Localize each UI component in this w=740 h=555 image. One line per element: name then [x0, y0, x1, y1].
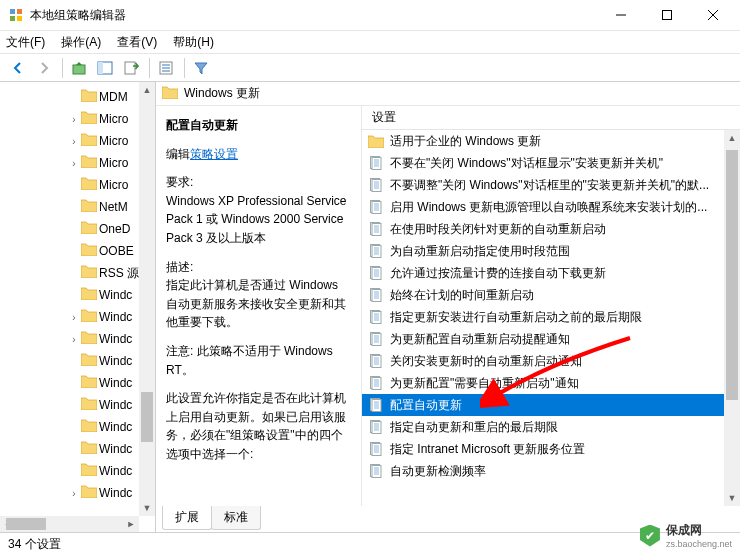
tree-item-label: Micro [97, 134, 128, 148]
tree-item[interactable]: ›Micro [67, 130, 139, 152]
scroll-thumb[interactable] [726, 150, 738, 400]
tree-caret-icon[interactable]: › [67, 334, 81, 345]
policy-icon [368, 420, 384, 434]
tree-item[interactable]: ›Windc [67, 482, 139, 504]
tree-item[interactable]: OOBE [67, 240, 139, 262]
tree-item[interactable]: ›Micro [67, 108, 139, 130]
svg-rect-1 [17, 9, 22, 14]
tree-item[interactable]: MDM [67, 86, 139, 108]
toolbar-separator [184, 58, 185, 78]
tree-caret-icon[interactable]: › [67, 114, 81, 125]
tree-item[interactable]: Windc [67, 284, 139, 306]
tree-item[interactable]: Windc [67, 416, 139, 438]
minimize-button[interactable] [598, 0, 644, 30]
list-item[interactable]: 不要调整"关闭 Windows"对话框里的"安装更新并关机"的默... [362, 174, 724, 196]
list-item[interactable]: 在使用时段关闭针对更新的自动重新启动 [362, 218, 724, 240]
menu-action[interactable]: 操作(A) [61, 34, 101, 51]
forward-button[interactable] [32, 56, 56, 80]
tab-standard[interactable]: 标准 [211, 506, 261, 530]
menu-help[interactable]: 帮助(H) [173, 34, 214, 51]
list-item-label: 指定自动更新和重启的最后期限 [390, 419, 558, 436]
tree-item[interactable]: OneD [67, 218, 139, 240]
policy-title: 配置自动更新 [166, 116, 353, 135]
list-item[interactable]: 为更新配置"需要自动重新启动"通知 [362, 372, 724, 394]
tree-item[interactable]: Windc [67, 372, 139, 394]
detail-pane: Windows 更新 配置自动更新 编辑策略设置 要求: Windows XP … [156, 82, 740, 532]
list-vscrollbar[interactable]: ▲ ▼ [724, 130, 740, 506]
tree-item[interactable]: ›Windc [67, 306, 139, 328]
tree-caret-icon[interactable]: › [67, 312, 81, 323]
list-item[interactable]: 配置自动更新 [362, 394, 724, 416]
statusbar: 34 个设置 [0, 533, 740, 555]
policy-icon [368, 464, 384, 478]
show-hide-tree-button[interactable] [93, 56, 117, 80]
tree-hscrollbar[interactable]: ◄ ► [0, 516, 139, 532]
export-button[interactable] [119, 56, 143, 80]
maximize-button[interactable] [644, 0, 690, 30]
folder-icon [81, 177, 97, 193]
list-item[interactable]: 指定 Intranet Microsoft 更新服务位置 [362, 438, 724, 460]
up-button[interactable] [67, 56, 91, 80]
tree-item-label: NetM [97, 200, 128, 214]
list-item-label: 不要在"关闭 Windows"对话框显示"安装更新并关机" [390, 155, 663, 172]
policy-icon [368, 178, 384, 192]
tab-extended[interactable]: 扩展 [162, 506, 212, 530]
titlebar: 本地组策略编辑器 [0, 0, 740, 30]
edit-policy-link[interactable]: 策略设置 [190, 147, 238, 161]
tree-item[interactable]: Windc [67, 394, 139, 416]
list-item-label: 不要调整"关闭 Windows"对话框里的"安装更新并关机"的默... [390, 177, 709, 194]
scroll-right-arrow[interactable]: ► [123, 516, 139, 532]
policy-icon [368, 442, 384, 456]
folder-icon [81, 309, 97, 325]
scroll-thumb[interactable] [141, 392, 153, 442]
note-block: 注意: 此策略不适用于 Windows RT。 [166, 342, 353, 379]
list-item[interactable]: 关闭安装更新时的自动重新启动通知 [362, 350, 724, 372]
tree-item[interactable]: NetM [67, 196, 139, 218]
tree-vscrollbar[interactable]: ▲ ▼ [139, 82, 155, 516]
tree-item[interactable]: Windc [67, 438, 139, 460]
toolbar-separator [149, 58, 150, 78]
list-item[interactable]: 指定自动更新和重启的最后期限 [362, 416, 724, 438]
tree-item[interactable]: ›Micro [67, 152, 139, 174]
menu-view[interactable]: 查看(V) [117, 34, 157, 51]
tree-caret-icon[interactable]: › [67, 488, 81, 499]
tree-item-label: OOBE [97, 244, 134, 258]
toolbar-separator [62, 58, 63, 78]
tree-item[interactable]: ›Windc [67, 328, 139, 350]
status-text: 34 个设置 [8, 536, 61, 553]
tree-item[interactable]: Windc [67, 350, 139, 372]
list-item[interactable]: 为更新配置自动重新启动提醒通知 [362, 328, 724, 350]
list-item[interactable]: 指定更新安装进行自动重新启动之前的最后期限 [362, 306, 724, 328]
folder-icon [81, 353, 97, 369]
window-title: 本地组策略编辑器 [30, 7, 598, 24]
scroll-down-arrow[interactable]: ▼ [139, 500, 155, 516]
folder-icon [81, 485, 97, 501]
detail-tabs: 扩展 标准 [156, 506, 740, 532]
refresh-button[interactable] [154, 56, 178, 80]
list-item[interactable]: 启用 Windows 更新电源管理以自动唤醒系统来安装计划的... [362, 196, 724, 218]
svg-rect-10 [98, 62, 103, 74]
filter-button[interactable] [189, 56, 213, 80]
list-item[interactable]: 允许通过按流量计费的连接自动下载更新 [362, 262, 724, 284]
tree-caret-icon[interactable]: › [67, 136, 81, 147]
scroll-thumb[interactable] [6, 518, 46, 530]
scroll-down-arrow[interactable]: ▼ [724, 490, 740, 506]
list-item[interactable]: 自动更新检测频率 [362, 460, 724, 482]
column-header-setting[interactable]: 设置 [362, 106, 740, 130]
close-button[interactable] [690, 0, 736, 30]
tree-caret-icon[interactable]: › [67, 158, 81, 169]
list-item-label: 为更新配置自动重新启动提醒通知 [390, 331, 570, 348]
scroll-up-arrow[interactable]: ▲ [724, 130, 740, 146]
menu-file[interactable]: 文件(F) [6, 34, 45, 51]
list-item[interactable]: 不要在"关闭 Windows"对话框显示"安装更新并关机" [362, 152, 724, 174]
tree-item[interactable]: Micro [67, 174, 139, 196]
list-item[interactable]: 始终在计划的时间重新启动 [362, 284, 724, 306]
folder-icon [81, 243, 97, 259]
list-item[interactable]: 为自动重新启动指定使用时段范围 [362, 240, 724, 262]
tree-item[interactable]: RSS 源 [67, 262, 139, 284]
tree-item[interactable]: Windc [67, 460, 139, 482]
scroll-up-arrow[interactable]: ▲ [139, 82, 155, 98]
list-item[interactable]: 适用于企业的 Windows 更新 [362, 130, 724, 152]
back-button[interactable] [6, 56, 30, 80]
tree-item-label: Windc [97, 442, 132, 456]
